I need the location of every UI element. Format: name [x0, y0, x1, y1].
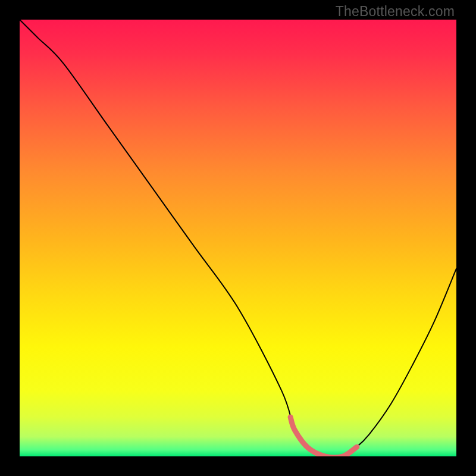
- plot-area: [20, 20, 456, 456]
- curve-layer: [20, 20, 456, 456]
- bottom-band-highlight: [290, 417, 357, 456]
- chart-frame: TheBottleneck.com: [0, 0, 476, 476]
- watermark-text: TheBottleneck.com: [336, 4, 455, 20]
- bottleneck-curve: [20, 20, 456, 456]
